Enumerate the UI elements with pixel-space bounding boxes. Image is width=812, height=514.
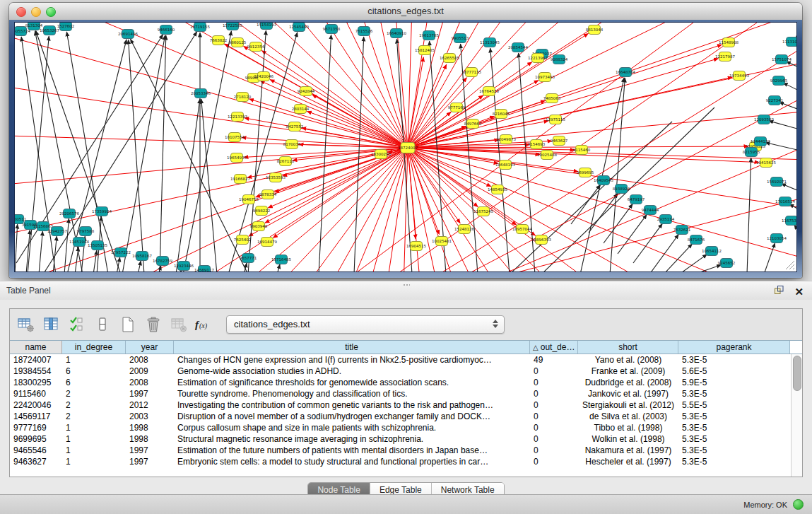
cell-year: 1997 [126, 456, 174, 467]
graph-node-label: 9242844 [298, 89, 315, 93]
table-row[interactable]: 946554611997Estimation of the future num… [10, 445, 792, 456]
resize-grip-icon[interactable] [784, 259, 795, 270]
table-settings-button[interactable] [16, 314, 37, 335]
graph-node-label: 8131304 [25, 23, 43, 28]
cell-title: Structural magnetic resonance image aver… [174, 433, 530, 445]
graph-edge [765, 143, 797, 150]
column-header-in-degree[interactable]: in_degree [62, 341, 126, 354]
table-panel-title: Table Panel [6, 281, 51, 300]
column-header-name[interactable]: name [10, 341, 62, 354]
cell-name: 19384554 [10, 366, 62, 377]
graph-node-label: 15716485 [271, 257, 291, 262]
cell-pagerank: 5.6E-5 [678, 366, 790, 377]
graph-edge [160, 35, 166, 272]
zoom-window-button[interactable] [46, 7, 56, 17]
table-row[interactable]: 969969511998Structural magnetic resonanc… [10, 433, 792, 445]
window-titlebar[interactable]: citations_edges.txt [9, 3, 802, 21]
graph-node-label: 13505135 [88, 243, 107, 247]
graph-edge [679, 255, 707, 272]
cell-name: 9777169 [10, 422, 62, 433]
table-scrollbar[interactable] [791, 354, 802, 477]
network-table-select[interactable]: citations_edges.txt [226, 315, 505, 334]
table-row[interactable]: 946362711997Embryonic stem cells: a mode… [10, 456, 792, 467]
cell-year: 2008 [126, 377, 174, 388]
graph-node-label: 20053346 [191, 91, 211, 95]
graph-node-label: 18300295 [371, 152, 391, 156]
table-scrollbar-thumb[interactable] [793, 356, 801, 391]
select-all-columns-button[interactable] [66, 314, 88, 335]
graph-node-label: 11675334 [782, 218, 797, 223]
graph-node-label: 7632621 [673, 228, 691, 232]
table-row[interactable]: 977716911998Corpus callosum shape and si… [10, 422, 792, 433]
table-row[interactable]: 1830029562008Estimation of significance … [10, 377, 792, 388]
graph-node-label: 6479197 [628, 197, 645, 201]
cell-in-degree: 1 [62, 433, 126, 445]
column-header-out-de-[interactable]: △out_de… [530, 341, 578, 354]
graph-edge [39, 231, 42, 272]
status-bar: Memory: OK [0, 494, 812, 514]
graph-node-label: 11675245 [473, 209, 493, 214]
table-row[interactable]: 2242004622012Investigating the contribut… [10, 399, 792, 411]
graph-node-label: 12093583 [754, 117, 774, 122]
cell-in-degree: 2 [62, 411, 126, 422]
table-row[interactable]: 911546021997Tourette syndrome. Phenomeno… [10, 388, 792, 399]
cell-short: Yano et al. (2008) [578, 354, 678, 366]
graph-node-label: 18777135 [461, 70, 481, 74]
graph-node-label: 15812485 [415, 48, 435, 52]
cell-out-de-: 0 [530, 433, 578, 445]
graph-node-label: 7663822 [210, 38, 228, 42]
graph-edge [93, 250, 97, 272]
graph-node-label: 17957222 [111, 250, 131, 255]
graph-node-label: 7625402 [234, 238, 252, 242]
graph-edge [36, 31, 121, 272]
function-builder-button[interactable]: f(x) [194, 314, 215, 335]
graph-node-label: 9797588 [77, 229, 95, 233]
table-panel-header[interactable]: Table Panel ✕ [0, 281, 812, 300]
show-columns-button[interactable] [41, 314, 62, 335]
graph-node-label: 11548908 [719, 40, 739, 45]
close-panel-icon[interactable]: ✕ [794, 286, 804, 297]
cell-name: 14569117 [10, 411, 62, 422]
cell-pagerank: 5.3E-5 [678, 388, 790, 399]
delete-columns-button[interactable] [143, 314, 164, 335]
splitter-handle[interactable] [403, 284, 410, 287]
import-table-button[interactable] [168, 314, 189, 335]
graph-node-label: 12213967 [528, 56, 548, 60]
table-toolbar: f(x) citations_edges.txt [10, 309, 802, 340]
graph-node-label: 10896393 [531, 238, 551, 242]
memory-indicator[interactable] [793, 499, 804, 510]
graph-node-label: 8471676 [688, 238, 705, 242]
cell-in-degree: 1 [62, 445, 126, 456]
minimize-window-button[interactable] [31, 7, 41, 17]
network-canvas[interactable]: 1405572481313041065326715276022069140694… [14, 22, 797, 272]
column-header-pagerank[interactable]: pagerank [678, 341, 790, 354]
close-window-button[interactable] [16, 7, 26, 17]
graph-edge [129, 40, 144, 272]
table-row[interactable]: 1872400712008Changes of HCN gene express… [10, 354, 792, 366]
graph-node-label: 15751074 [772, 57, 792, 62]
graph-node-label: 9699695 [577, 170, 594, 175]
column-header-short[interactable]: short [578, 341, 678, 354]
graph-node-label: 9474444 [642, 208, 659, 212]
cell-title: Changes of HCN gene expression and I(f) … [174, 354, 530, 366]
graph-edge [176, 99, 200, 272]
cell-title: Investigating the contribution of common… [174, 399, 530, 411]
graph-node-label: 8878334 [259, 192, 277, 197]
column-header-year[interactable]: year [126, 341, 174, 354]
table-row[interactable]: 1938455462009Genome-wide association stu… [10, 366, 792, 377]
graph-node-label: 12217987 [715, 54, 735, 59]
graph-node-label: 11131045 [782, 40, 797, 44]
cell-out-de-: 0 [530, 411, 578, 422]
create-column-button[interactable] [117, 314, 139, 335]
graph-node-label: 19734493 [729, 74, 749, 78]
table-row[interactable]: 1456911722003Disruption of a novel membe… [10, 411, 792, 422]
graph-edge [408, 148, 797, 272]
float-panel-icon[interactable] [774, 285, 784, 298]
cell-out-de-: 0 [530, 422, 578, 433]
cell-out-de-: 0 [530, 366, 578, 377]
column-header-title[interactable]: title [174, 341, 530, 354]
table-panel-body: f(x) citations_edges.txt namein_degreeye… [0, 300, 812, 495]
graph-node-label: 12103054 [767, 236, 787, 240]
table-mode-button[interactable] [92, 314, 113, 335]
graph-node-label: 8938924 [613, 187, 630, 191]
